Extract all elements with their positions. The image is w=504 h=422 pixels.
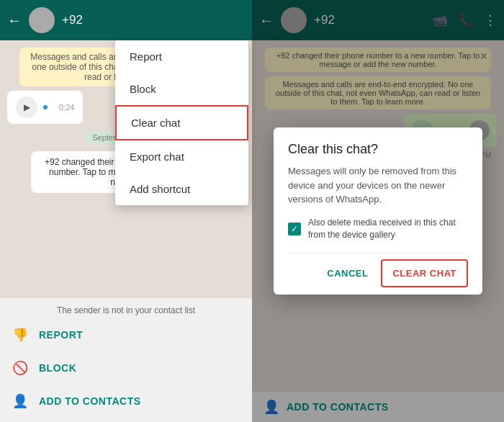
clear-chat-button[interactable]: CLEAR CHAT [381, 259, 468, 287]
add-contact-icon: 👤 [12, 393, 29, 409]
report-label: REPORT [39, 329, 83, 341]
dialog-body: Messages will only be removed from this … [288, 164, 468, 207]
play-button[interactable]: ▶ [16, 96, 37, 118]
block-icon: 🚫 [12, 360, 29, 376]
right-panel: ← +92 📹 📞 ⋮ +92 changed their phone numb… [252, 0, 504, 422]
delete-media-checkbox[interactable]: ✓ [288, 223, 301, 235]
add-contacts-action[interactable]: 👤 ADD TO CONTACTS [12, 387, 240, 415]
delete-media-label: Also delete media received in this chat … [308, 217, 468, 241]
left-bottom-bar: The sender is not in your contact list 👎… [0, 298, 252, 422]
context-menu: Report Block Clear chat Export chat Add … [115, 40, 248, 205]
block-action[interactable]: 🚫 BLOCK [12, 354, 240, 382]
block-label: BLOCK [39, 362, 76, 374]
audio-dot [43, 105, 48, 109]
dialog-overlay: Clear this chat? Messages will only be r… [252, 0, 504, 422]
report-action[interactable]: 👎 REPORT [12, 321, 240, 349]
left-panel: ← +92 Messages and calls are end-to-end … [0, 0, 252, 422]
report-icon: 👎 [12, 327, 29, 343]
menu-item-export-chat[interactable]: Export chat [115, 140, 248, 173]
dialog-actions: CANCEL CLEAR CHAT [288, 253, 468, 287]
checkmark-icon: ✓ [291, 224, 298, 234]
menu-item-report[interactable]: Report [115, 40, 248, 73]
delete-media-row[interactable]: ✓ Also delete media received in this cha… [288, 217, 468, 241]
contact-name: +92 [62, 13, 245, 27]
audio-duration: 0:24 [59, 103, 74, 112]
menu-item-clear-chat[interactable]: Clear chat [115, 105, 248, 140]
clear-chat-dialog: Clear this chat? Messages will only be r… [274, 127, 482, 294]
add-contacts-label: ADD TO CONTACTS [39, 395, 141, 407]
cancel-button[interactable]: CANCEL [317, 259, 378, 287]
menu-item-block[interactable]: Block [115, 73, 248, 105]
back-button[interactable]: ← [7, 12, 22, 29]
avatar [29, 7, 55, 33]
left-header: ← +92 [0, 0, 252, 40]
dialog-title: Clear this chat? [288, 142, 468, 157]
audio-message: ▶ 0:24 [7, 91, 83, 124]
menu-item-add-shortcut[interactable]: Add shortcut [115, 173, 248, 205]
sender-notice: The sender is not in your contact list [12, 305, 240, 315]
